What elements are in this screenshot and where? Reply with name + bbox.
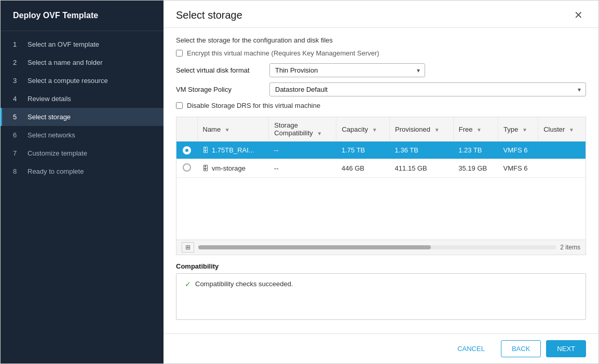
step-number: 5 bbox=[13, 113, 21, 121]
sidebar-item-3[interactable]: 3 Select a compute resource bbox=[1, 72, 164, 90]
step-label: Select an OVF template bbox=[28, 40, 99, 48]
scrollbar-thumb bbox=[198, 245, 431, 249]
items-count: 2 items bbox=[560, 244, 580, 251]
type-cell: VMFS 6 bbox=[498, 159, 538, 178]
step-number: 1 bbox=[13, 40, 21, 48]
compatibility-message: Compatibility checks succeeded. bbox=[195, 280, 293, 288]
step-number: 8 bbox=[13, 167, 21, 175]
sidebar-item-5: 5 Select storage bbox=[1, 108, 164, 126]
capacity-cell: 446 GB bbox=[336, 159, 390, 178]
radio-cell[interactable] bbox=[176, 142, 197, 159]
cluster-cell bbox=[538, 159, 586, 178]
encrypt-checkbox[interactable] bbox=[176, 50, 183, 57]
vm-storage-policy-select[interactable]: Datastore Default bbox=[269, 82, 586, 96]
disable-drs-row: Disable Storage DRS for this virtual mac… bbox=[176, 102, 586, 109]
step-number: 7 bbox=[13, 149, 21, 157]
capacity-cell: 1.75 TB bbox=[336, 142, 390, 159]
compatibility-box: ✓ Compatibility checks succeeded. bbox=[176, 273, 586, 320]
compat-cell: -- bbox=[269, 159, 336, 178]
compatibility-section: Compatibility ✓ Compatibility checks suc… bbox=[176, 262, 586, 320]
sidebar-title: Deploy OVF Template bbox=[1, 1, 164, 31]
name-cell: 🗄1.75TB_RAI... bbox=[197, 142, 269, 159]
free-filter-icon: ▼ bbox=[477, 127, 482, 133]
virtual-disk-format-row: Select virtual disk format Thin Provisio… bbox=[176, 63, 586, 77]
step-label: Select networks bbox=[28, 131, 75, 139]
table-row[interactable]: 🗄vm-storage -- 446 GB 411.15 GB 35.19 GB… bbox=[176, 159, 586, 178]
main-footer: CANCEL BACK NEXT bbox=[164, 333, 598, 363]
name-filter-icon: ▼ bbox=[225, 127, 230, 133]
storage-table-container: Name ▼ StorageCompatibility ▼ Capacity ▼… bbox=[176, 117, 586, 255]
compatibility-title: Compatibility bbox=[176, 262, 586, 270]
check-icon: ✓ bbox=[185, 280, 191, 288]
sidebar-item-7[interactable]: 7 Customize template bbox=[1, 144, 164, 162]
compat-filter-icon: ▼ bbox=[317, 131, 322, 136]
step-label: Select a name and folder bbox=[28, 59, 103, 66]
step-label: Select storage bbox=[28, 113, 71, 121]
cancel-button[interactable]: CANCEL bbox=[446, 340, 496, 357]
capacity-filter-icon: ▼ bbox=[372, 127, 377, 133]
table-row[interactable]: 🗄1.75TB_RAI... -- 1.75 TB 1.36 TB 1.23 T… bbox=[176, 142, 586, 159]
cluster-filter-icon: ▼ bbox=[569, 127, 574, 133]
virtual-disk-format-wrapper[interactable]: Thin Provision Thick Provision Lazy Zero… bbox=[269, 63, 425, 77]
table-footer: ⊞ 2 items bbox=[176, 240, 586, 255]
main-content: Select the storage for the configuration… bbox=[164, 28, 598, 333]
step-number: 6 bbox=[13, 131, 21, 139]
datastore-icon: 🗄 bbox=[202, 147, 209, 154]
close-button[interactable]: ✕ bbox=[571, 9, 586, 21]
type-cell: VMFS 6 bbox=[498, 142, 538, 159]
datastore-icon: 🗄 bbox=[202, 165, 209, 172]
table-header: Name ▼ StorageCompatibility ▼ Capacity ▼… bbox=[176, 117, 586, 142]
sidebar-item-4[interactable]: 4 Review details bbox=[1, 90, 164, 108]
free-cell: 35.19 GB bbox=[453, 159, 498, 178]
radio-button[interactable] bbox=[183, 146, 191, 155]
name-cell: 🗄vm-storage bbox=[197, 159, 269, 178]
columns-toggle-button[interactable]: ⊞ bbox=[182, 242, 194, 253]
storage-table: Name ▼ StorageCompatibility ▼ Capacity ▼… bbox=[176, 117, 586, 178]
table-col-storage-compat[interactable]: StorageCompatibility ▼ bbox=[269, 117, 336, 142]
description-text: Select the storage for the configuration… bbox=[176, 36, 586, 44]
sidebar-items: 1 Select an OVF template 2 Select a name… bbox=[1, 31, 164, 363]
step-label: Ready to complete bbox=[28, 167, 84, 175]
disable-drs-checkbox[interactable] bbox=[176, 102, 183, 109]
sidebar: Deploy OVF Template 1 Select an OVF temp… bbox=[1, 1, 164, 363]
sidebar-item-8[interactable]: 8 Ready to complete bbox=[1, 162, 164, 180]
step-number: 4 bbox=[13, 95, 21, 103]
step-number: 2 bbox=[13, 59, 21, 66]
provisioned-cell: 411.15 GB bbox=[390, 159, 454, 178]
encrypt-label: Encrypt this virtual machine (Requires K… bbox=[187, 49, 379, 57]
compat-cell: -- bbox=[269, 142, 336, 159]
cluster-cell bbox=[538, 142, 586, 159]
step-label: Select a compute resource bbox=[28, 77, 108, 85]
step-label: Review details bbox=[28, 95, 71, 103]
vm-storage-policy-wrapper[interactable]: Datastore Default bbox=[269, 82, 586, 96]
table-col-name[interactable]: Name ▼ bbox=[197, 117, 269, 142]
horizontal-scrollbar[interactable] bbox=[198, 245, 556, 249]
radio-button[interactable] bbox=[183, 163, 191, 172]
step-label: Customize template bbox=[28, 149, 87, 157]
table-col-provisioned[interactable]: Provisioned ▼ bbox=[390, 117, 454, 142]
table-col-type[interactable]: Type ▼ bbox=[498, 117, 538, 142]
step-number: 3 bbox=[13, 77, 21, 85]
encrypt-row: Encrypt this virtual machine (Requires K… bbox=[176, 49, 586, 57]
provisioned-cell: 1.36 TB bbox=[390, 142, 454, 159]
sidebar-item-2[interactable]: 2 Select a name and folder bbox=[1, 53, 164, 72]
type-filter-icon: ▼ bbox=[522, 127, 527, 133]
table-body: 🗄1.75TB_RAI... -- 1.75 TB 1.36 TB 1.23 T… bbox=[176, 142, 586, 178]
table-col-capacity[interactable]: Capacity ▼ bbox=[336, 117, 390, 142]
back-button[interactable]: BACK bbox=[501, 340, 541, 357]
panel-title: Select storage bbox=[176, 9, 242, 21]
table-col-radio bbox=[176, 117, 197, 142]
main-panel: Select storage ✕ Select the storage for … bbox=[164, 1, 598, 363]
sidebar-item-1[interactable]: 1 Select an OVF template bbox=[1, 35, 164, 53]
modal: Deploy OVF Template 1 Select an OVF temp… bbox=[0, 0, 599, 364]
disable-drs-label: Disable Storage DRS for this virtual mac… bbox=[187, 102, 320, 109]
sidebar-item-6[interactable]: 6 Select networks bbox=[1, 126, 164, 144]
virtual-disk-format-label: Select virtual disk format bbox=[176, 66, 269, 74]
table-col-free[interactable]: Free ▼ bbox=[453, 117, 498, 142]
free-cell: 1.23 TB bbox=[453, 142, 498, 159]
radio-cell[interactable] bbox=[176, 159, 197, 178]
next-button[interactable]: NEXT bbox=[546, 340, 586, 357]
table-col-cluster[interactable]: Cluster ▼ bbox=[538, 117, 586, 142]
virtual-disk-format-select[interactable]: Thin Provision Thick Provision Lazy Zero… bbox=[269, 63, 425, 77]
vm-storage-policy-label: VM Storage Policy bbox=[176, 86, 269, 93]
